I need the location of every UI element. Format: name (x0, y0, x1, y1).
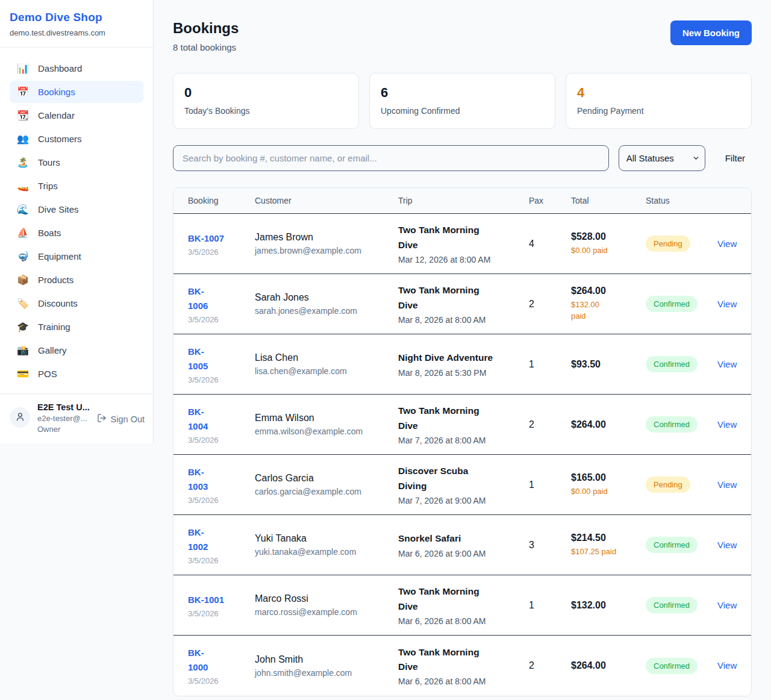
stat-card: 0 Today's Bookings (173, 73, 359, 129)
view-link[interactable]: View (717, 660, 737, 670)
customer-email: james.brown@example.com (255, 246, 391, 255)
sidebar-item-label: Dive Sites (38, 204, 79, 214)
total-amount: $132.00 (571, 600, 638, 611)
shop-domain: demo.test.divestreams.com (10, 28, 143, 37)
sidebar-item-dive-sites[interactable]: 🌊 Dive Sites (10, 198, 143, 220)
sidebar-item-label: Tours (38, 157, 60, 167)
sidebar-item-equipment[interactable]: 🤿 Equipment (10, 245, 143, 267)
booking-date: 3/5/2026 (188, 496, 248, 505)
sidebar-item-tours[interactable]: 🏝️ Tours (10, 151, 143, 173)
user-role: Owner (37, 425, 90, 434)
customer-name: James Brown (255, 232, 391, 243)
stat-value: 4 (577, 85, 740, 101)
booking-date: 3/5/2026 (188, 436, 248, 445)
customer-name: Sarah Jones (255, 292, 391, 303)
pax-count: 2 (529, 299, 571, 310)
column-header-customer: Customer (255, 196, 398, 205)
stats-row: 0 Today's Bookings 6 Upcoming Confirmed … (173, 73, 752, 129)
bookings-table: BookingCustomerTripPaxTotalStatus BK-100… (173, 187, 752, 696)
sign-out-button[interactable]: Sign Out (97, 413, 145, 425)
sidebar-item-label: Products (38, 275, 73, 285)
page-title: Bookings (173, 20, 239, 37)
sidebar-item-pos[interactable]: 💳 POS (10, 363, 143, 385)
total-amount: $214.50 (571, 533, 638, 543)
trip-datetime: Mar 7, 2026 at 9:00 AM (398, 496, 522, 505)
trip-name: Snorkel Safari (398, 531, 522, 546)
pax-count: 2 (529, 419, 571, 430)
booking-id-link[interactable]: BK- 1004 (188, 405, 248, 434)
view-link[interactable]: View (717, 299, 737, 309)
view-link[interactable]: View (717, 419, 737, 430)
pax-count: 1 (529, 359, 571, 370)
status-badge: Confirmed (646, 296, 698, 312)
view-link[interactable]: View (717, 600, 737, 610)
sidebar: Demo Dive Shop demo.test.divestreams.com… (0, 0, 154, 443)
booking-id-link[interactable]: BK- 1002 (188, 525, 248, 554)
sidebar-item-label: Customers (38, 134, 82, 144)
view-link[interactable]: View (717, 359, 737, 369)
shop-name: Demo Dive Shop (10, 11, 143, 24)
sidebar-item-customers[interactable]: 👥 Customers (10, 128, 143, 150)
avatar (10, 407, 30, 428)
sidebar-item-bookings[interactable]: 📅 Bookings (10, 81, 143, 103)
status-badge: Confirmed (646, 658, 698, 674)
sidebar-item-label: Training (38, 322, 70, 332)
customer-email: emma.wilson@example.com (255, 427, 391, 436)
trip-datetime: Mar 6, 2026 at 8:00 AM (398, 616, 522, 626)
booking-date: 3/5/2026 (188, 315, 248, 324)
stat-value: 6 (381, 85, 544, 101)
filter-button[interactable]: Filter (725, 153, 745, 163)
sidebar-nav: 📊 Dashboard 📅 Bookings 📆 Calendar 👥 Cust… (0, 48, 153, 389)
booking-date: 3/5/2026 (188, 677, 248, 686)
sidebar-item-calendar[interactable]: 📆 Calendar (10, 104, 143, 127)
view-link[interactable]: View (717, 239, 737, 249)
sign-out-label: Sign Out (111, 414, 145, 424)
sidebar-item-gallery[interactable]: 📸 Gallery (10, 339, 143, 361)
customer-name: Emma Wilson (255, 413, 391, 423)
booking-id-link[interactable]: BK-1007 (188, 231, 248, 246)
view-link[interactable]: View (717, 540, 737, 550)
sidebar-item-trips[interactable]: 🚤 Trips (10, 175, 143, 197)
status-badge: Confirmed (646, 416, 698, 433)
gallery-icon: 📸 (17, 346, 29, 355)
trip-name: Two Tank Morning Dive (398, 404, 522, 433)
boats-icon: ⛵ (17, 228, 29, 238)
filters-row: All Statuses Filter (173, 145, 752, 171)
sidebar-item-label: Discounts (38, 298, 78, 308)
booking-id-link[interactable]: BK- 1005 (188, 345, 248, 373)
trip-name: Discover Scuba Diving (398, 464, 522, 493)
tours-icon: 🏝️ (17, 158, 29, 167)
sidebar-item-training[interactable]: 🎓 Training (10, 316, 143, 338)
search-input[interactable] (173, 145, 609, 171)
dive-sites-icon: 🌊 (17, 205, 29, 214)
column-header-total: Total (571, 196, 646, 205)
sidebar-item-products[interactable]: 📦 Products (10, 269, 143, 291)
trip-datetime: Mar 6, 2026 at 8:00 AM (398, 677, 522, 686)
page-header: Bookings 8 total bookings New Booking (173, 20, 752, 52)
booking-id-link[interactable]: BK- 1000 (188, 646, 248, 675)
sidebar-item-label: Equipment (38, 251, 81, 261)
booking-id-link[interactable]: BK-1001 (188, 593, 248, 607)
sidebar-item-label: Dashboard (38, 63, 82, 73)
customer-email: sarah.jones@example.com (255, 306, 391, 316)
view-link[interactable]: View (717, 480, 737, 490)
sidebar-item-label: POS (38, 369, 57, 379)
table-row: BK- 1004 3/5/2026 Emma Wilson emma.wilso… (173, 395, 751, 455)
table-header-row: BookingCustomerTripPaxTotalStatus (173, 188, 751, 214)
paid-amount: $107.25 paid (571, 546, 638, 558)
sidebar-item-discounts[interactable]: 🏷️ Discounts (10, 292, 143, 314)
pax-count: 1 (529, 480, 571, 490)
sidebar-item-boats[interactable]: ⛵ Boats (10, 222, 143, 244)
new-booking-button[interactable]: New Booking (670, 20, 752, 45)
paid-amount: $132.00 paid (571, 299, 638, 322)
pos-icon: 💳 (17, 369, 29, 379)
dashboard-icon: 📊 (17, 64, 29, 73)
booking-id-link[interactable]: BK- 1003 (188, 465, 248, 494)
table-row: BK-1007 3/5/2026 James Brown james.brown… (173, 214, 751, 274)
booking-id-link[interactable]: BK- 1006 (188, 284, 248, 313)
page-title-block: Bookings 8 total bookings (173, 20, 239, 52)
discounts-icon: 🏷️ (17, 299, 29, 308)
column-header-trip: Trip (398, 196, 529, 205)
sidebar-item-dashboard[interactable]: 📊 Dashboard (10, 57, 143, 80)
status-select[interactable]: All Statuses (619, 145, 705, 171)
